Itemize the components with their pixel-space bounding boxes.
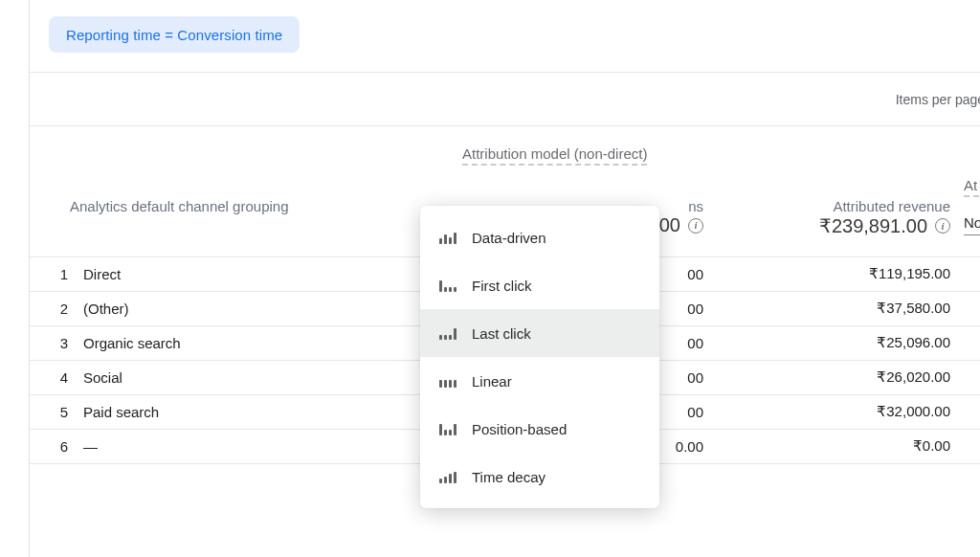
row-channel: Social bbox=[76, 360, 449, 394]
option-label: Linear bbox=[472, 373, 512, 390]
row-revenue: ₹25,096.00 bbox=[717, 325, 964, 360]
row-revenue: ₹32,000.00 bbox=[717, 394, 964, 429]
row-index: 1 bbox=[30, 256, 76, 291]
bars-icon bbox=[439, 374, 457, 388]
conversions-total: 00 bbox=[659, 214, 680, 236]
row-index: 2 bbox=[30, 291, 76, 325]
attribution-header-row: Attribution model (non-direct) bbox=[30, 126, 980, 186]
attribution-option-first[interactable]: First click bbox=[420, 261, 659, 309]
bars-icon bbox=[439, 470, 457, 483]
row-channel: (Other) bbox=[76, 291, 449, 325]
attribution-option-position[interactable]: Position-based bbox=[420, 405, 659, 453]
attribution-model-label-abbrev[interactable]: At bbox=[964, 177, 980, 197]
row-revenue: ₹119,195.00 bbox=[717, 256, 964, 291]
pagination-row: Items per page: bbox=[30, 73, 980, 126]
row-channel: — bbox=[76, 429, 449, 463]
row-index: 4 bbox=[30, 360, 76, 394]
row-index: 5 bbox=[30, 394, 76, 429]
bars-icon bbox=[439, 231, 457, 244]
bars-icon bbox=[439, 278, 457, 292]
revenue-total: ₹239,891.00 bbox=[819, 214, 927, 237]
row-channel: Organic search bbox=[76, 325, 449, 360]
option-label: First click bbox=[472, 278, 532, 294]
option-label: Last click bbox=[472, 325, 531, 342]
option-label: Data-driven bbox=[472, 230, 546, 246]
bars-icon bbox=[439, 326, 457, 340]
dimension-header[interactable]: Analytics default channel grouping bbox=[30, 186, 449, 214]
attribution-option-linear[interactable]: Linear bbox=[420, 357, 659, 405]
revenue-header[interactable]: Attributed revenue bbox=[717, 186, 964, 214]
attribution-model-selector-left[interactable]: Attribution model (non-direct) bbox=[462, 145, 647, 166]
attribution-model-value-abbrev[interactable]: No bbox=[964, 214, 980, 235]
row-channel: Direct bbox=[76, 256, 449, 291]
page: Reporting time = Conversion time Items p… bbox=[0, 0, 980, 557]
row-index: 6 bbox=[30, 429, 76, 463]
bars-icon bbox=[439, 422, 457, 435]
attribution-model-dropdown[interactable]: Data-drivenFirst clickLast clickLinearPo… bbox=[420, 206, 659, 508]
filter-chip-area: Reporting time = Conversion time bbox=[30, 0, 980, 72]
attribution-option-last[interactable]: Last click bbox=[420, 309, 659, 357]
row-revenue: ₹0.00 bbox=[717, 429, 964, 463]
row-revenue: ₹37,580.00 bbox=[717, 291, 964, 325]
option-label: Position-based bbox=[472, 421, 567, 437]
row-revenue: ₹26,020.00 bbox=[717, 360, 964, 394]
filter-chip[interactable]: Reporting time = Conversion time bbox=[49, 16, 300, 53]
items-per-page-label: Items per page: bbox=[896, 92, 980, 107]
option-label: Time decay bbox=[472, 469, 546, 485]
info-icon[interactable]: i bbox=[688, 218, 703, 234]
attribution-option-data-driven[interactable]: Data-driven bbox=[420, 213, 659, 261]
attribution-model-selector-right-peek: At No bbox=[964, 156, 980, 242]
row-index: 3 bbox=[30, 325, 76, 360]
attribution-option-time[interactable]: Time decay bbox=[420, 453, 659, 501]
info-icon[interactable]: i bbox=[935, 218, 950, 234]
row-channel: Paid search bbox=[76, 394, 449, 429]
